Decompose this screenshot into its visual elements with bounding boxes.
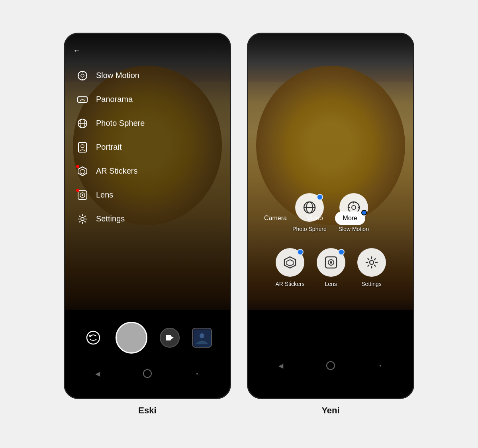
svg-point-27	[352, 205, 356, 209]
svg-marker-13	[80, 169, 85, 174]
lens-mode-label: Lens	[325, 281, 337, 287]
menu-item-photo-sphere[interactable]: Photo Sphere	[65, 112, 230, 135]
svg-point-36	[330, 261, 332, 264]
recents-nav-icon[interactable]: ▪	[193, 370, 201, 378]
menu-item-portrait[interactable]: Portrait	[65, 136, 230, 158]
lens-label: Lens	[96, 190, 113, 200]
video-tab[interactable]: Video	[299, 211, 331, 225]
panorama-icon	[77, 94, 88, 105]
left-label: Eski	[138, 405, 156, 416]
right-recents-nav-icon[interactable]: ▪	[376, 362, 384, 370]
menu-item-slow-motion[interactable]: Slow Motion	[65, 65, 230, 87]
lens-red-dot	[76, 189, 79, 192]
right-home-nav-button[interactable]	[326, 361, 335, 370]
svg-point-11	[81, 145, 84, 148]
mode-ar-stickers[interactable]: AR Stickers	[275, 248, 304, 287]
right-camera-bg: Photo Sphere	[248, 34, 413, 313]
ar-stickers-mode-label: AR Stickers	[275, 281, 304, 287]
right-phone-wrapper: Photo Sphere	[247, 33, 414, 416]
home-nav-button[interactable]	[143, 369, 152, 378]
svg-point-17	[81, 217, 84, 221]
portrait-label: Portrait	[96, 143, 121, 152]
flip-camera-button[interactable]	[83, 328, 103, 348]
portrait-icon	[77, 142, 88, 153]
left-bottom-bar: ◀ ▪	[65, 310, 230, 398]
right-label: Yeni	[321, 405, 339, 416]
ar-stickers-red-dot	[76, 165, 79, 168]
ar-stickers-circle	[276, 248, 304, 277]
menu-item-panorama[interactable]: Panorama	[65, 88, 230, 111]
lens-circle	[317, 248, 345, 277]
mode-settings[interactable]: Settings	[357, 248, 386, 287]
slow-motion-label: Slow Motion	[96, 71, 139, 80]
svg-marker-33	[287, 260, 293, 266]
lens-icon	[77, 190, 88, 201]
ar-stickers-icon	[77, 166, 88, 177]
right-phone: Photo Sphere	[247, 33, 414, 399]
right-bottom-bar: ◀ ▪	[248, 310, 413, 398]
svg-point-16	[82, 194, 83, 196]
mode-lens[interactable]: Lens	[317, 248, 345, 287]
shutter-button[interactable]	[116, 322, 147, 354]
settings-mode-label: Settings	[361, 281, 382, 287]
left-cam-controls	[65, 322, 230, 354]
left-camera-bg: ← Slow Motion	[65, 34, 230, 313]
svg-point-37	[370, 260, 374, 264]
right-nav-bar: ◀ ▪	[248, 361, 413, 370]
menu-item-lens[interactable]: Lens	[65, 184, 230, 206]
left-phone-wrapper: ← Slow Motion	[64, 33, 231, 416]
slow-motion-icon	[77, 70, 88, 81]
photo-sphere-icon	[77, 118, 88, 129]
svg-point-0	[78, 71, 87, 80]
menu-item-ar-stickers[interactable]: AR Stickers	[65, 160, 230, 182]
settings-icon	[77, 213, 88, 225]
svg-rect-19	[166, 335, 171, 340]
svg-point-18	[87, 331, 100, 344]
mode-tabs: Camera Video More	[248, 211, 413, 225]
video-button[interactable]	[160, 328, 180, 348]
svg-point-22	[200, 333, 204, 338]
back-button[interactable]: ←	[65, 42, 230, 59]
phones-container: ← Slow Motion	[64, 33, 414, 416]
left-phone: ← Slow Motion	[64, 33, 231, 399]
slow-motion-mode-label: Slow Motion	[339, 226, 369, 232]
photo-sphere-label: Photo Sphere	[96, 119, 145, 128]
icons-row-2: AR Stickers Lens	[260, 248, 401, 287]
back-nav-icon[interactable]: ◀	[94, 370, 102, 378]
ar-stickers-label: AR Stickers	[96, 166, 137, 176]
settings-circle	[357, 248, 386, 277]
left-menu-overlay: ← Slow Motion	[65, 34, 230, 313]
right-back-nav-icon[interactable]: ◀	[277, 362, 285, 370]
svg-marker-20	[171, 336, 174, 339]
gallery-thumbnail[interactable]	[192, 328, 212, 348]
panorama-label: Panorama	[96, 95, 133, 104]
menu-item-settings[interactable]: Settings	[65, 208, 230, 230]
left-nav-bar: ◀ ▪	[65, 369, 230, 378]
more-tab[interactable]: More	[335, 211, 365, 225]
more-icons-grid: Photo Sphere	[248, 193, 413, 287]
camera-tab[interactable]: Camera	[256, 211, 295, 225]
svg-point-1	[81, 74, 84, 77]
settings-label: Settings	[96, 214, 125, 223]
photo-sphere-mode-label: Photo Sphere	[292, 226, 327, 232]
